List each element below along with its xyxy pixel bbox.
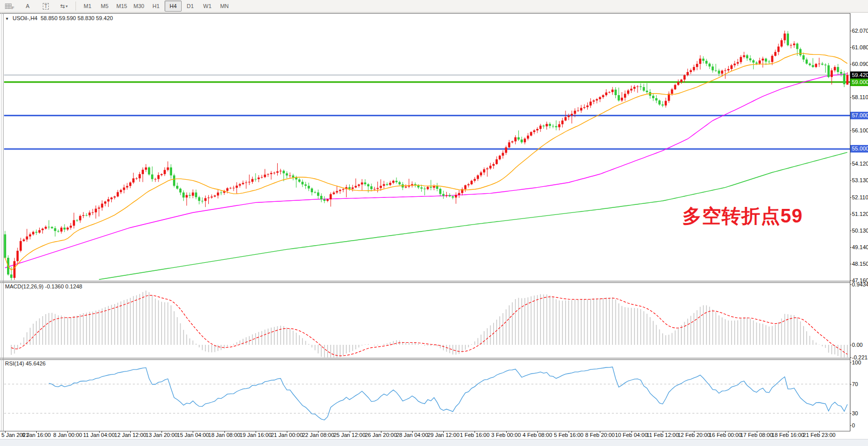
candle-body <box>712 66 714 70</box>
candle-body <box>251 179 253 182</box>
candle-body <box>327 199 329 201</box>
candle-body <box>352 187 354 189</box>
time-axis-tick <box>788 431 788 433</box>
candle-body <box>167 168 169 170</box>
candle-body <box>499 156 501 159</box>
time-axis-tick <box>632 431 632 433</box>
candle-body <box>157 175 160 179</box>
candle-body <box>624 94 626 98</box>
time-axis-tick <box>36 431 37 433</box>
candle-body <box>452 196 454 197</box>
candle-body <box>715 70 717 71</box>
rsi-line <box>49 367 847 420</box>
rsi-axis-label: 70 <box>852 381 858 388</box>
main-macd-divider[interactable] <box>0 281 850 283</box>
panel-border <box>0 431 850 431</box>
candle-body <box>95 209 97 212</box>
candle-body <box>777 46 779 52</box>
candle-body <box>737 62 739 63</box>
candle-body <box>536 129 538 130</box>
candle-body <box>549 124 551 126</box>
candle-body <box>783 34 785 40</box>
macd-axis-label: 0.9434 <box>852 281 868 288</box>
candle-body <box>568 115 570 117</box>
candle-body <box>561 120 563 124</box>
candle-body <box>787 34 789 45</box>
text-label-tool[interactable]: A <box>19 1 36 12</box>
timeframe-button-m30[interactable]: M30 <box>130 1 147 12</box>
candle-body <box>768 61 770 62</box>
candle-body <box>765 58 767 61</box>
text-box-tool[interactable]: T <box>37 1 54 12</box>
candle-body <box>239 184 241 186</box>
mt4-window: F A T ⇆▾ M1M5M15M30H1H4D1W1MN ▼ USOil-,H… <box>0 0 868 446</box>
timeframe-button-m1[interactable]: M1 <box>79 1 96 12</box>
candle-body <box>189 195 191 195</box>
candle-body <box>815 64 817 67</box>
timeframe-button-m5[interactable]: M5 <box>96 1 113 12</box>
templates-grid-icon[interactable]: F <box>1 1 18 12</box>
candle-body <box>677 82 679 85</box>
price-axis-label: 54.120 <box>852 160 868 167</box>
candle-body <box>324 199 326 201</box>
boxed-t-icon: T <box>43 3 49 10</box>
candle-body <box>686 72 688 75</box>
candle-body <box>242 183 244 184</box>
timeframe-button-m15[interactable]: M15 <box>113 1 130 12</box>
candle-body <box>486 169 488 170</box>
candle-body <box>493 164 495 166</box>
candle-body <box>13 261 15 278</box>
candle-body <box>740 57 742 62</box>
candle-body <box>380 186 382 188</box>
candle-body <box>176 186 178 189</box>
dropdown-triangle-icon[interactable]: ▼ <box>5 17 9 21</box>
macd-rsi-divider[interactable] <box>0 358 850 360</box>
candle-body <box>734 63 736 65</box>
candle-body <box>392 181 394 183</box>
candle-body <box>455 195 457 197</box>
timeframe-button-d1[interactable]: D1 <box>182 1 199 12</box>
candle-body <box>442 194 444 196</box>
timeframe-button-h4[interactable]: H4 <box>165 1 182 12</box>
cycle-arrows-tool[interactable]: ⇆▾ <box>55 1 72 12</box>
macd-panel-canvas[interactable] <box>0 282 850 358</box>
candle-body <box>571 114 573 115</box>
timeframe-button-mn[interactable]: MN <box>216 1 233 12</box>
candle-body <box>652 96 654 98</box>
candle-body <box>489 166 491 168</box>
candle-body <box>314 192 316 193</box>
candle-body <box>301 182 303 184</box>
arrows-icon: ⇆ <box>60 3 64 10</box>
time-axis-tick <box>162 431 162 433</box>
candle-body <box>286 173 288 175</box>
candle-body <box>821 63 823 64</box>
candle-body <box>574 111 576 114</box>
candle-body <box>630 89 632 90</box>
left-border <box>3 13 4 431</box>
candle-body <box>555 126 557 127</box>
candle-body <box>448 195 450 196</box>
candle-body <box>214 195 216 196</box>
macd-axis-label: 0.00 <box>852 341 862 348</box>
candle-body <box>51 227 53 228</box>
candle-body <box>708 63 711 66</box>
candle-body <box>195 192 197 197</box>
candle-body <box>533 130 535 132</box>
candle-body <box>521 139 523 142</box>
main-chart-canvas[interactable] <box>0 13 850 281</box>
timeframe-button-h1[interactable]: H1 <box>147 1 165 12</box>
time-axis-tick <box>663 431 663 433</box>
timeframe-button-w1[interactable]: W1 <box>199 1 216 12</box>
candle-body <box>307 186 309 188</box>
grid-icon <box>5 4 12 9</box>
rsi-panel-canvas[interactable] <box>0 359 850 431</box>
candle-body <box>38 230 40 233</box>
candle-body <box>724 70 726 71</box>
candle-body <box>373 189 375 189</box>
candle-body <box>273 173 275 173</box>
window-bottom-strip <box>0 439 868 446</box>
candle-body <box>658 101 660 105</box>
rsi-indicator-label: RSI(14) 45.6426 <box>5 360 46 366</box>
candle-body <box>746 55 748 58</box>
candle-body <box>464 185 466 189</box>
